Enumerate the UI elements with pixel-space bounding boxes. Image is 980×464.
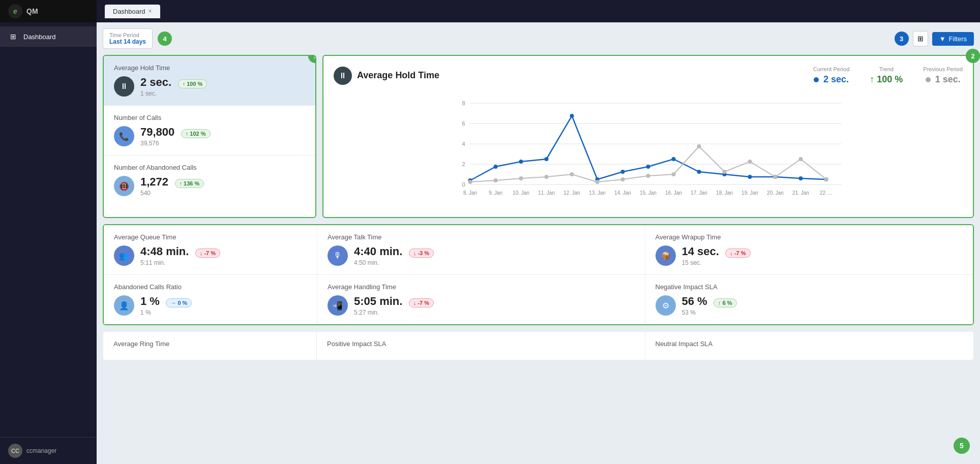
trend-badge: ↓ -3 % <box>409 249 434 258</box>
chart-current-period: Current Period 2 sec. <box>813 66 850 85</box>
svg-point-37 <box>774 175 778 179</box>
metric-title: Average Wrapup Time <box>656 233 963 241</box>
previous-period-value: 1 sec. <box>923 74 963 85</box>
svg-point-34 <box>697 144 701 148</box>
chart-header: ⏸ Average Hold Time Current Period 2 sec… <box>334 66 963 85</box>
svg-point-36 <box>748 160 752 164</box>
metric-row: ⚙ 56 % ↑ 6 % 53 % <box>656 295 963 316</box>
svg-text:17. Jan: 17. Jan <box>691 190 707 196</box>
trend-badge: ↑ 6 % <box>714 298 737 307</box>
svg-text:18. Jan: 18. Jan <box>716 190 733 196</box>
svg-point-26 <box>494 178 498 182</box>
metric-value: 2 sec. <box>140 76 171 88</box>
svg-point-31 <box>621 177 625 181</box>
metric-title: Average Hold Time <box>114 64 305 72</box>
left-metrics-panel: 1 Average Hold Time ⏸ 2 sec. ↑ 100 % 1 s… <box>103 55 316 218</box>
svg-text:14. Jan: 14. Jan <box>614 190 631 196</box>
metric-average-wrapup-time[interactable]: Average Wrapup Time 📦 14 sec. ↓ -7 % 15 … <box>645 225 973 275</box>
dashboard-tab[interactable]: Dashboard × <box>105 5 160 18</box>
close-icon[interactable]: × <box>149 8 152 15</box>
sidebar-item-dashboard[interactable]: ⊞ Dashboard <box>0 26 97 47</box>
metric-prev: 5:27 min. <box>354 309 434 316</box>
metric-value: 56 % <box>682 295 707 307</box>
metric-average-handling-time[interactable]: Average Handling Time 📲 5:05 min. ↓ -7 %… <box>317 275 645 324</box>
metric-abandoned-calls-ratio[interactable]: Abandoned Calls Ratio 👤 1 % → 0 % 1 % <box>104 275 317 324</box>
badge-3: 3 <box>895 32 909 46</box>
filter-icon: ▼ <box>939 35 946 43</box>
dashboard-main: 1 Average Hold Time ⏸ 2 sec. ↑ 100 % 1 s… <box>103 55 974 360</box>
metric-average-talk-time[interactable]: Average Talk Time 🎙 4:40 min. ↓ -3 % 4:5… <box>317 225 645 275</box>
svg-point-16 <box>621 170 625 174</box>
calls-icon: 📞 <box>114 126 134 146</box>
svg-text:4: 4 <box>462 141 465 147</box>
svg-point-18 <box>672 157 676 161</box>
trend-badge: ↑ 136 % <box>175 179 204 188</box>
main-content: Dashboard × Time Period Last 14 days 4 3… <box>97 0 980 464</box>
sidebar-item-label: Dashboard <box>23 33 56 41</box>
metric-prev: 15 sec. <box>682 259 751 266</box>
metric-title: Neutral Impact SLA <box>656 340 964 348</box>
svg-text:9. Jan: 9. Jan <box>489 190 502 196</box>
trend-badge: ↓ -7 % <box>725 249 750 258</box>
metric-row: 📵 1,272 ↑ 136 % 540 <box>114 175 305 197</box>
metric-title: Number of Abandoned Calls <box>114 164 305 171</box>
metric-value: 14 sec. <box>682 245 719 258</box>
svg-text:20. Jan: 20. Jan <box>767 190 784 196</box>
sidebar-nav: ⊞ Dashboard <box>0 22 97 437</box>
svg-text:2: 2 <box>462 161 465 167</box>
metric-abandoned-calls[interactable]: Number of Abandoned Calls 📵 1,272 ↑ 136 … <box>104 156 315 205</box>
svg-text:21. Jan: 21. Jan <box>792 190 809 196</box>
svg-text:22. ...: 22. ... <box>820 190 833 196</box>
filters-button[interactable]: ▼ Filters <box>932 32 974 46</box>
trend-badge: → 0 % <box>166 298 192 307</box>
svg-point-17 <box>646 165 650 169</box>
metric-positive-impact-sla[interactable]: Positive Impact SLA <box>317 332 645 360</box>
svg-point-35 <box>723 170 727 174</box>
svg-text:13. Jan: 13. Jan <box>589 190 606 196</box>
metric-prev: 39,576 <box>140 140 211 147</box>
tab-label: Dashboard <box>113 8 145 15</box>
metric-number-of-calls[interactable]: Number of Calls 📞 79,800 ↑ 102 % 39,576 <box>104 106 315 156</box>
metric-value: 4:48 min. <box>140 245 189 258</box>
grid-view-button[interactable]: ⊞ <box>913 31 928 46</box>
metric-average-ring-time[interactable]: Average Ring Time <box>103 332 317 360</box>
sidebar-header: e QM <box>0 0 97 22</box>
filter-right: 3 ⊞ ▼ Filters <box>895 31 974 46</box>
metric-value: 1 % <box>140 295 160 307</box>
bottom-metrics-grid: Average Queue Time 👥 4:48 min. ↓ -7 % 5:… <box>103 224 974 325</box>
svg-text:15. Jan: 15. Jan <box>640 190 657 196</box>
topbar: Dashboard × <box>97 0 980 22</box>
metric-neutral-impact-sla[interactable]: Neutral Impact SLA <box>645 332 974 360</box>
chart-panel: 2 ⏸ Average Hold Time Current Period <box>322 55 974 218</box>
handling-icon: 📲 <box>328 295 348 316</box>
avatar: CC <box>8 444 22 458</box>
metric-row: 📲 5:05 min. ↓ -7 % 5:27 min. <box>328 295 635 316</box>
chart-stats: Current Period 2 sec. Trend ↑ <box>813 66 963 85</box>
metric-row: 📞 79,800 ↑ 102 % 39,576 <box>114 126 305 147</box>
metric-average-hold-time[interactable]: Average Hold Time ⏸ 2 sec. ↑ 100 % 1 sec… <box>104 56 315 106</box>
metric-title: Negative Impact SLA <box>656 283 963 291</box>
metric-average-queue-time[interactable]: Average Queue Time 👥 4:48 min. ↓ -7 % 5:… <box>104 225 317 275</box>
time-period-selector[interactable]: Time Period Last 14 days <box>103 28 153 49</box>
metric-prev: 4:50 min. <box>354 259 434 266</box>
metric-row: 👤 1 % → 0 % 1 % <box>114 295 307 316</box>
svg-point-38 <box>799 157 803 161</box>
metric-title: Number of Calls <box>114 114 305 121</box>
chart-title: Average Hold Time <box>357 70 439 81</box>
svg-text:19. Jan: 19. Jan <box>741 190 758 196</box>
svg-text:12. Jan: 12. Jan <box>563 190 580 196</box>
chart-title-row: ⏸ Average Hold Time <box>334 67 439 85</box>
chart-trend: Trend ↑ 100 % <box>870 66 903 85</box>
wrapup-icon: 📦 <box>656 245 676 266</box>
svg-point-33 <box>672 172 676 176</box>
app-name: QM <box>26 7 38 15</box>
metric-title: Average Talk Time <box>328 233 635 241</box>
previous-period-label: Previous Period <box>923 66 963 72</box>
current-period-label: Current Period <box>813 66 850 72</box>
queue-time-icon: 👥 <box>114 245 134 266</box>
metric-value: 5:05 min. <box>354 295 402 307</box>
metric-negative-impact-sla[interactable]: Negative Impact SLA ⚙ 56 % ↑ 6 % 53 % <box>645 275 973 324</box>
badge-5: 5 <box>954 438 970 454</box>
metric-title: Average Handling Time <box>328 283 635 291</box>
metric-title: Average Ring Time <box>113 340 306 348</box>
